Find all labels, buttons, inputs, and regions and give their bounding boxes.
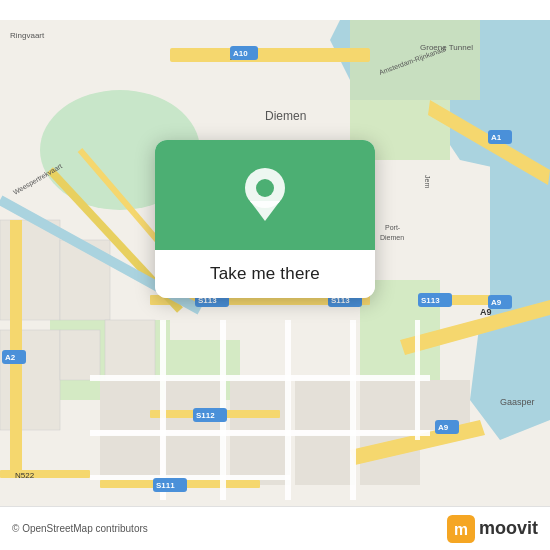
svg-rect-47 <box>160 320 166 500</box>
svg-rect-18 <box>165 380 225 430</box>
svg-text:S113: S113 <box>421 296 440 305</box>
svg-rect-20 <box>295 380 355 430</box>
svg-rect-19 <box>230 380 290 430</box>
popup-card: Take me there <box>155 140 375 298</box>
svg-rect-54 <box>90 475 290 480</box>
popup-map-area <box>155 140 375 250</box>
svg-text:Jem: Jem <box>424 175 431 188</box>
svg-text:S111: S111 <box>156 481 175 490</box>
svg-rect-24 <box>295 435 355 485</box>
svg-text:Port-: Port- <box>385 224 401 231</box>
svg-rect-52 <box>90 375 430 381</box>
svg-rect-25 <box>360 380 420 430</box>
bottom-bar: © OpenStreetMap contributors m moovit <box>0 506 550 550</box>
svg-point-90 <box>256 179 274 197</box>
svg-text:A9: A9 <box>438 423 449 432</box>
osm-credit: © OpenStreetMap contributors <box>12 523 148 534</box>
moovit-icon: m <box>447 515 475 543</box>
svg-text:Gaasper: Gaasper <box>500 397 535 407</box>
svg-text:A2: A2 <box>5 353 16 362</box>
svg-rect-49 <box>285 320 291 500</box>
svg-text:N522: N522 <box>15 471 35 480</box>
svg-rect-12 <box>0 220 60 320</box>
svg-rect-13 <box>0 330 60 430</box>
moovit-logo: m moovit <box>447 515 538 543</box>
svg-marker-89 <box>250 201 280 221</box>
svg-text:A9: A9 <box>491 298 502 307</box>
popup-button-area: Take me there <box>155 250 375 298</box>
svg-text:Diemen: Diemen <box>380 234 404 241</box>
location-pin-icon <box>240 166 290 224</box>
moovit-text: moovit <box>479 518 538 539</box>
svg-text:Ringvaart: Ringvaart <box>10 31 45 40</box>
map-container: A10 A1 A2 A9 S113 S113 S112 S111 N522 <box>0 0 550 550</box>
svg-rect-28 <box>170 48 370 62</box>
svg-rect-17 <box>100 380 160 430</box>
svg-rect-16 <box>105 320 155 380</box>
svg-rect-50 <box>350 320 356 500</box>
svg-rect-15 <box>60 330 100 380</box>
svg-text:A1: A1 <box>491 133 502 142</box>
svg-text:Diemen: Diemen <box>265 109 306 123</box>
svg-text:S112: S112 <box>196 411 215 420</box>
svg-rect-32 <box>10 220 22 470</box>
svg-rect-44 <box>0 470 90 478</box>
svg-text:A10: A10 <box>233 49 248 58</box>
svg-rect-53 <box>90 430 430 436</box>
take-me-there-button[interactable]: Take me there <box>210 264 320 284</box>
svg-text:m: m <box>454 521 468 538</box>
